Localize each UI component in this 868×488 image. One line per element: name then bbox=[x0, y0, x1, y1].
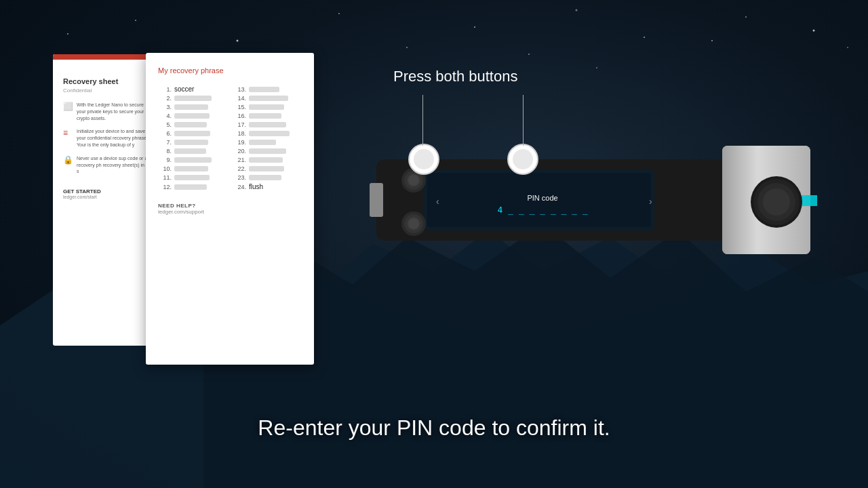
word-number: 5. bbox=[158, 121, 172, 128]
word-row: 7. bbox=[158, 139, 227, 146]
word-row: 22. bbox=[233, 165, 302, 172]
svg-point-16 bbox=[711, 40, 713, 41]
bottom-caption: Re-enter your PIN code to confirm it. bbox=[0, 415, 868, 441]
word-number: 8. bbox=[158, 148, 172, 155]
word-number: 23. bbox=[233, 174, 246, 181]
sheet-section-1: ⬜ With the Ledger Nano to secure your pr… bbox=[63, 102, 151, 121]
word-row: 11. bbox=[158, 174, 227, 181]
chip-icon: ⬜ bbox=[63, 102, 73, 111]
word-row: 23. bbox=[233, 174, 302, 181]
word-blur bbox=[249, 131, 290, 136]
word-blur bbox=[249, 104, 284, 110]
get-started-label: GET STARTED bbox=[63, 188, 151, 195]
word-number: 6. bbox=[158, 130, 172, 137]
svg-point-44 bbox=[414, 149, 434, 169]
press-both-buttons-label: Press both buttons bbox=[393, 68, 517, 85]
svg-text:4 _ _ _ _ _ _ _ _: 4 _ _ _ _ _ _ _ _ bbox=[497, 205, 587, 215]
word-number: 17. bbox=[233, 121, 246, 128]
word-blur bbox=[174, 148, 206, 154]
sheet-title: Recovery sheet bbox=[63, 77, 151, 85]
svg-point-40 bbox=[763, 188, 790, 216]
word-blur bbox=[249, 175, 281, 180]
word-number: 18. bbox=[233, 130, 246, 137]
left-button-indicator-line bbox=[422, 95, 423, 146]
svg-point-5 bbox=[338, 13, 340, 14]
svg-point-2 bbox=[67, 33, 68, 35]
word-row: 24.flush bbox=[233, 183, 302, 190]
word-row: 13. bbox=[233, 85, 302, 93]
svg-rect-20 bbox=[370, 183, 383, 217]
word-number: 16. bbox=[233, 113, 246, 119]
red-accent-bar bbox=[53, 54, 161, 60]
word-row: 1.soccer bbox=[158, 85, 227, 93]
word-row: 20. bbox=[233, 148, 302, 155]
svg-point-41 bbox=[408, 175, 419, 186]
word-row: 16. bbox=[233, 113, 302, 119]
word-blur bbox=[174, 104, 208, 110]
word-text: soccer bbox=[174, 85, 194, 93]
svg-text:›: › bbox=[649, 196, 652, 207]
word-number: 11. bbox=[158, 174, 172, 181]
word-row: 21. bbox=[233, 157, 302, 163]
list-icon: ≡ bbox=[63, 128, 73, 138]
sheet-section-1-text: With the Ledger Nano to secure your priv… bbox=[77, 102, 151, 121]
word-blur bbox=[174, 184, 207, 190]
sheet-section-3-text: Never use a device sup code or a recover… bbox=[77, 155, 151, 175]
word-row: 5. bbox=[158, 121, 227, 128]
word-blur bbox=[249, 96, 288, 101]
svg-point-42 bbox=[408, 218, 419, 229]
word-blur bbox=[174, 157, 212, 163]
word-number: 20. bbox=[233, 148, 246, 155]
svg-point-10 bbox=[813, 30, 815, 32]
right-button-circle bbox=[506, 142, 540, 176]
left-button-circle bbox=[407, 142, 441, 176]
word-number: 22. bbox=[233, 165, 246, 172]
word-number: 3. bbox=[158, 104, 172, 110]
sheet-section-2-text: Initialize your device to and save your … bbox=[77, 128, 151, 148]
svg-point-4 bbox=[237, 40, 239, 42]
word-text: flush bbox=[249, 183, 263, 190]
word-number: 15. bbox=[233, 104, 246, 110]
word-row: 19. bbox=[233, 139, 302, 146]
svg-point-15 bbox=[406, 47, 408, 48]
sheet-subtitle: Confidential bbox=[63, 87, 151, 94]
word-blur bbox=[249, 166, 284, 171]
word-blur bbox=[174, 113, 210, 119]
sheet-link: ledger.com/start bbox=[63, 195, 151, 199]
word-row: 4. bbox=[158, 113, 227, 119]
word-blur bbox=[174, 140, 208, 145]
word-blur bbox=[174, 131, 210, 136]
need-help-label: NEED HELP? bbox=[158, 203, 302, 209]
word-grid: 1.soccer13.2.14.3.15.4.16.5.17.6.18.7.19… bbox=[158, 85, 302, 190]
sheet-section-3: 🔒 Never use a device sup code or a recov… bbox=[63, 155, 151, 175]
need-help-section: NEED HELP? ledger.com/support bbox=[158, 203, 302, 215]
recovery-phrase-paper: My recovery phrase 1.soccer13.2.14.3.15.… bbox=[146, 53, 314, 365]
word-blur bbox=[174, 122, 207, 127]
word-number: 7. bbox=[158, 139, 172, 146]
word-blur bbox=[249, 148, 286, 154]
word-row: 8. bbox=[158, 148, 227, 155]
word-blur bbox=[174, 166, 208, 171]
sheet-section-2: ≡ Initialize your device to and save you… bbox=[63, 128, 151, 148]
word-number: 13. bbox=[233, 86, 246, 93]
word-row: 3. bbox=[158, 104, 227, 110]
word-blur bbox=[249, 113, 281, 119]
lock-icon: 🔒 bbox=[63, 155, 73, 165]
svg-point-9 bbox=[745, 16, 747, 18]
paper-title: My recovery phrase bbox=[158, 66, 302, 75]
word-number: 4. bbox=[158, 113, 172, 119]
word-row: 6. bbox=[158, 130, 227, 137]
svg-point-7 bbox=[576, 9, 578, 12]
word-number: 21. bbox=[233, 157, 246, 163]
word-blur bbox=[249, 122, 286, 127]
svg-text:‹: ‹ bbox=[436, 196, 439, 207]
word-number: 2. bbox=[158, 95, 172, 102]
svg-point-3 bbox=[135, 20, 136, 21]
svg-point-12 bbox=[528, 54, 530, 55]
word-row: 15. bbox=[233, 104, 302, 110]
word-row: 17. bbox=[233, 121, 302, 128]
word-blur bbox=[249, 157, 283, 163]
word-blur bbox=[174, 96, 212, 101]
svg-point-6 bbox=[474, 26, 475, 28]
word-row: 9. bbox=[158, 157, 227, 163]
